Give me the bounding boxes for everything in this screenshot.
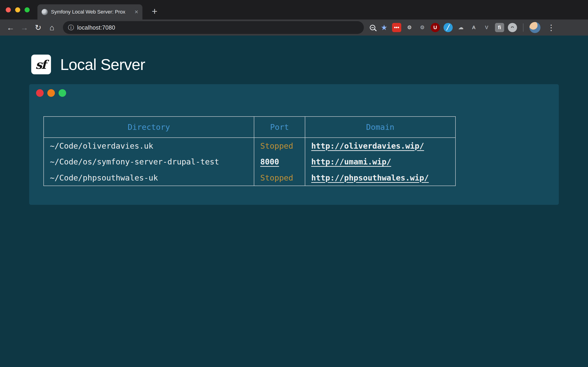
window-controls [6,7,30,12]
window-minimize-button[interactable] [15,7,20,12]
window-zoom-button[interactable] [25,7,30,12]
port-link[interactable]: 8000 [260,157,279,166]
directory-cell: ~/Code/os/symfony-server-drupal-test [44,154,254,170]
domain-link[interactable]: http://phpsouthwales.wip/ [311,173,429,182]
brand-header: sf Local Server [31,55,145,74]
port-status-cell: Stopped [254,170,305,186]
browser-tab[interactable]: Symfony Local Web Server: Prox × [37,4,142,19]
profile-avatar[interactable] [529,22,540,33]
site-info-icon[interactable]: ⓘ [68,24,74,32]
card-orange-dot-icon [47,89,55,97]
table-header-row: Directory Port Domain [44,117,456,138]
domain-link[interactable]: http://oliverdavies.wip/ [311,141,424,150]
extensions-row: •••⚙⚙U╱☁AVfiᴖ [392,23,517,32]
tab-title: Symfony Local Web Server: Prox [51,9,131,15]
extension-icon-gray-tile[interactable]: fi [495,23,504,32]
extension-icon-letter-a[interactable]: A [469,23,478,32]
card-green-dot-icon [59,89,66,97]
back-button[interactable]: ← [5,22,17,33]
tab-favicon-icon [42,9,48,15]
domain-link[interactable]: http://umami.wip/ [311,157,391,166]
column-header-directory: Directory [44,117,254,138]
symfony-logo: sf [31,55,51,74]
server-card: Directory Port Domain ~/Code/oliverdavie… [29,84,559,205]
card-red-dot-icon [36,89,44,97]
browser-menu-icon[interactable]: ⋮ [545,23,557,32]
directory-cell: ~/Code/oliverdavies.uk [44,138,254,154]
forward-button[interactable]: → [18,22,30,33]
card-traffic-dots [36,89,66,97]
extension-icon-blue-disc[interactable]: ╱ [443,23,453,32]
toolbar-right-icons: ★ •••⚙⚙U╱☁AVfiᴖ ⋮ [370,22,557,33]
toolbar-separator [523,23,523,32]
extension-icon-letter-v[interactable]: V [482,23,491,32]
directory-cell: ~/Code/phpsouthwales-uk [44,170,254,186]
extension-icon-gear-dark[interactable]: ⚙ [418,23,427,32]
extension-icon-ublock[interactable]: U [431,23,440,32]
extension-icon-github-octocat[interactable]: ᴖ [508,23,517,32]
page-content: sf Local Server Directory Port Domain ~/… [0,35,588,367]
servers-table: Directory Port Domain ~/Code/oliverdavie… [43,116,456,186]
extension-icon-cloud[interactable]: ☁ [456,23,466,32]
page-title: Local Server [60,56,145,73]
table-row: ~/Code/os/symfony-server-drupal-test 800… [44,154,456,170]
extension-icon-gear-light[interactable]: ⚙ [405,23,414,32]
address-bar[interactable]: ⓘ localhost:7080 [63,21,364,34]
window-close-button[interactable] [6,7,11,12]
extension-icon-red-dots[interactable]: ••• [392,23,401,32]
new-tab-button[interactable]: + [149,6,160,17]
url-text[interactable]: localhost:7080 [77,24,115,31]
column-header-port: Port [254,117,305,138]
port-status-cell: Stopped [254,138,305,154]
table-row: ~/Code/phpsouthwales-uk Stopped http://p… [44,170,456,186]
browser-toolbar: ← → ↻ ⌂ ⓘ localhost:7080 ★ •••⚙⚙U╱☁AVfiᴖ… [0,19,588,35]
column-header-domain: Domain [305,117,456,138]
bookmark-star-icon[interactable]: ★ [381,23,388,32]
home-button[interactable]: ⌂ [46,22,58,33]
reload-button[interactable]: ↻ [32,22,44,33]
browser-chrome: Symfony Local Web Server: Prox × + ← → ↻… [0,0,588,35]
tab-strip: Symfony Local Web Server: Prox × + [0,0,588,19]
table-row: ~/Code/oliverdavies.uk Stopped http://ol… [44,138,456,154]
zoom-icon[interactable] [370,25,375,30]
tab-close-icon[interactable]: × [135,9,138,15]
